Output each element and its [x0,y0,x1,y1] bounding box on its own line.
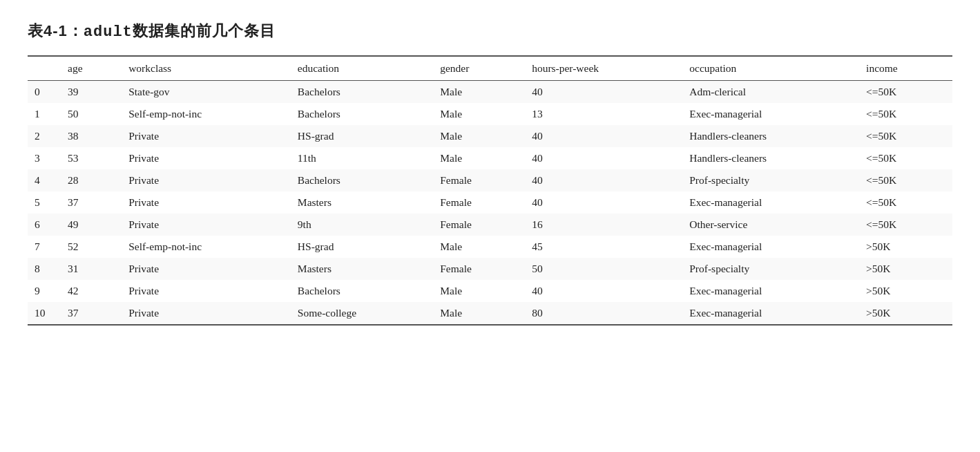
table-cell: Handlers-cleaners [684,147,861,169]
table-cell: 10 [28,302,62,325]
col-header-income: income [861,56,952,81]
table-cell: Other-service [684,214,861,236]
table-cell: 40 [526,125,684,147]
table-cell: Male [434,302,526,325]
table-cell: Male [434,147,526,169]
table-row: 428PrivateBachelorsFemale40Prof-specialt… [28,169,952,191]
table-cell: 50 [526,258,684,280]
table-cell: Male [434,81,526,104]
table-cell: Private [123,169,292,191]
table-cell: Exec-managerial [684,302,861,325]
table-cell: 31 [62,258,123,280]
table-cell: 53 [62,147,123,169]
table-row: 831PrivateMastersFemale50Prof-specialty>… [28,258,952,280]
table-cell: 8 [28,258,62,280]
table-cell: Bachelors [292,81,434,104]
table-cell: Exec-managerial [684,280,861,302]
table-cell: Prof-specialty [684,169,861,191]
table-cell: 4 [28,169,62,191]
table-cell: Bachelors [292,103,434,125]
table-cell: >50K [861,302,952,325]
table-cell: <=50K [861,169,952,191]
table-cell: HS-grad [292,125,434,147]
table-cell: <=50K [861,191,952,214]
table-cell: Exec-managerial [684,103,861,125]
table-cell: 28 [62,169,123,191]
table-cell: Female [434,169,526,191]
table-cell: Male [434,236,526,258]
col-header-hours-per-week: hours-per-week [526,56,684,81]
table-cell: 13 [526,103,684,125]
table-cell: 37 [62,191,123,214]
table-cell: >50K [861,258,952,280]
table-cell: 9 [28,280,62,302]
table-cell: Male [434,103,526,125]
table-cell: Private [123,280,292,302]
col-header-index [28,56,62,81]
table-cell: 52 [62,236,123,258]
table-cell: Exec-managerial [684,191,861,214]
table-cell: 40 [526,191,684,214]
table-row: 150Self-emp-not-incBachelorsMale13Exec-m… [28,103,952,125]
table-cell: Male [434,280,526,302]
table-cell: 0 [28,81,62,104]
table-cell: Private [123,214,292,236]
table-cell: Adm-clerical [684,81,861,104]
table-cell: 40 [526,169,684,191]
table-cell: 37 [62,302,123,325]
title-code: adult [84,23,133,41]
table-cell: HS-grad [292,236,434,258]
table-cell: 50 [62,103,123,125]
table-row: 942PrivateBachelorsMale40Exec-managerial… [28,280,952,302]
table-cell: 42 [62,280,123,302]
col-header-education: education [292,56,434,81]
table-cell: Female [434,214,526,236]
table-cell: Private [123,147,292,169]
table-cell: Bachelors [292,280,434,302]
table-cell: 39 [62,81,123,104]
table-cell: 11th [292,147,434,169]
table-row: 039State-govBachelorsMale40Adm-clerical<… [28,81,952,104]
data-table: age workclass education gender hours-per… [28,55,952,326]
table-cell: 6 [28,214,62,236]
table-cell: 7 [28,236,62,258]
table-cell: Masters [292,191,434,214]
table-cell: Exec-managerial [684,236,861,258]
table-cell: 40 [526,280,684,302]
table-row: 353Private11thMale40Handlers-cleaners<=5… [28,147,952,169]
col-header-occupation: occupation [684,56,861,81]
table-row: 752Self-emp-not-incHS-gradMale45Exec-man… [28,236,952,258]
table-cell: 49 [62,214,123,236]
table-cell: 45 [526,236,684,258]
col-header-gender: gender [434,56,526,81]
table-cell: >50K [861,236,952,258]
table-cell: 3 [28,147,62,169]
table-cell: Self-emp-not-inc [123,103,292,125]
table-header-row: age workclass education gender hours-per… [28,56,952,81]
table-cell: Handlers-cleaners [684,125,861,147]
table-cell: Masters [292,258,434,280]
table-cell: Bachelors [292,169,434,191]
table-cell: 80 [526,302,684,325]
table-cell: 38 [62,125,123,147]
table-cell: Prof-specialty [684,258,861,280]
col-header-age: age [62,56,123,81]
table-cell: <=50K [861,125,952,147]
page-title: 表4-1：adult数据集的前几个条目 [28,21,952,41]
table-cell: 1 [28,103,62,125]
table-cell: State-gov [123,81,292,104]
table-cell: Private [123,258,292,280]
table-cell: Private [123,302,292,325]
table-cell: >50K [861,280,952,302]
table-cell: <=50K [861,103,952,125]
table-cell: 40 [526,147,684,169]
table-cell: 2 [28,125,62,147]
table-row: 537PrivateMastersFemale40Exec-managerial… [28,191,952,214]
table-cell: Male [434,125,526,147]
table-cell: 5 [28,191,62,214]
table-cell: 16 [526,214,684,236]
table-cell: Private [123,125,292,147]
col-header-workclass: workclass [123,56,292,81]
table-cell: Some-college [292,302,434,325]
table-cell: <=50K [861,81,952,104]
